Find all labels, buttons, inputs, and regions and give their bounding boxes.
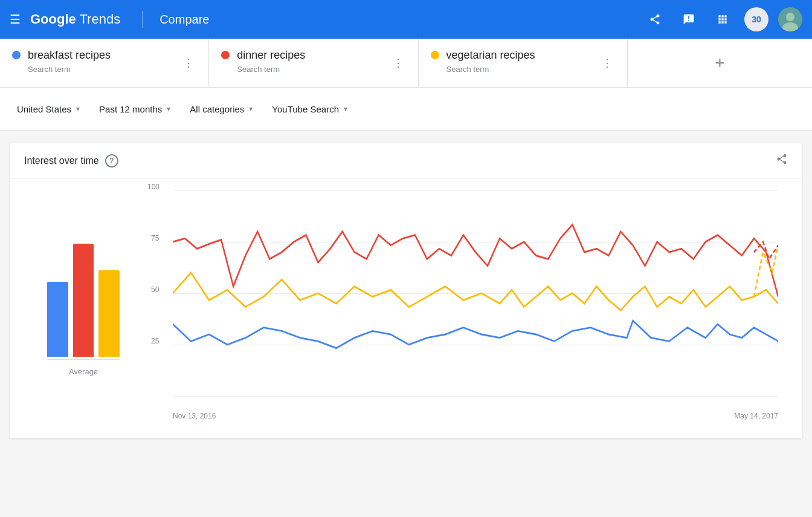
breakfast-term-label: Search term [28, 65, 173, 74]
header-title: Compare [160, 13, 209, 27]
header: ☰ Google Trends Compare 30 [0, 0, 812, 39]
header-divider [142, 11, 143, 28]
card-share-icon [776, 153, 788, 165]
help-icon[interactable]: ? [105, 154, 118, 167]
user-avatar[interactable] [778, 7, 802, 31]
breakfast-term-name: breakfast recipes [28, 48, 173, 62]
location-filter[interactable]: United States ▾ [10, 99, 87, 119]
apps-icon [717, 13, 729, 25]
feedback-icon [683, 13, 695, 25]
bar-blue [47, 282, 68, 357]
categories-arrow-icon: ▾ [249, 105, 253, 113]
vegetarian-term-name: vegetarian recipes [446, 48, 592, 62]
categories-label: All categories [190, 104, 244, 114]
breakfast-more-icon[interactable]: ⋮ [181, 54, 196, 72]
y-label-100: 100 [147, 183, 160, 191]
plus-icon: + [715, 53, 724, 73]
bar-chart-section: Average [10, 190, 143, 426]
vegetarian-content: vegetarian recipes Search term [446, 48, 592, 74]
help-text: ? [109, 157, 114, 165]
card-header: Interest over time ? [10, 143, 802, 178]
x-axis-labels: Nov 13, 2016 May 14, 2017 [173, 412, 778, 420]
apps-button[interactable] [710, 7, 735, 31]
svg-point-1 [786, 13, 794, 21]
share-icon [649, 13, 661, 25]
feedback-button[interactable] [677, 7, 701, 31]
avatar-image [778, 7, 802, 31]
y-label-25: 25 [151, 337, 159, 345]
vegetarian-dot [431, 51, 439, 59]
breakfast-dot [12, 51, 21, 59]
interest-over-time-card: Interest over time ? Average [10, 143, 802, 438]
search-term-dinner: dinner recipes Search term ⋮ [209, 39, 418, 87]
blue-line [173, 320, 778, 348]
average-label: Average [69, 367, 98, 376]
logo-trends-text: Trends [80, 11, 121, 27]
logo-google: Google [30, 11, 76, 27]
time-label: Past 12 months [99, 104, 162, 114]
categories-filter[interactable]: All categories ▾ [182, 99, 260, 119]
grid-line-0 [173, 396, 778, 397]
bar-yellow [98, 270, 120, 357]
time-filter[interactable]: Past 12 months ▾ [92, 99, 178, 119]
chart-grid: 100 75 50 25 [173, 190, 778, 396]
bar-red [73, 244, 94, 357]
search-type-filter[interactable]: YouTube Search ▾ [265, 99, 355, 119]
vegetarian-term-label: Search term [446, 65, 592, 74]
dinner-more-icon[interactable]: ⋮ [390, 54, 406, 72]
location-arrow-icon: ▾ [76, 105, 80, 113]
search-type-label: YouTube Search [272, 104, 339, 114]
search-term-breakfast: breakfast recipes Search term ⋮ [0, 39, 209, 87]
header-icons: 30 [643, 7, 802, 31]
red-line [173, 225, 778, 297]
dinner-term-label: Search term [237, 65, 382, 74]
yellow-line [173, 273, 778, 310]
chart-area: Average 100 75 [10, 178, 802, 438]
notification-badge[interactable]: 30 [744, 7, 768, 31]
x-label-nov: Nov 13, 2016 [173, 412, 216, 420]
header-logo: Google Trends [30, 11, 120, 27]
line-chart-svg [173, 190, 778, 396]
search-terms-bar: breakfast recipes Search term ⋮ dinner r… [0, 39, 812, 88]
share-button[interactable] [643, 7, 667, 31]
line-chart-section: 100 75 50 25 [143, 190, 788, 426]
y-label-50: 50 [151, 285, 159, 294]
breakfast-content: breakfast recipes Search term [28, 48, 173, 74]
notification-count: 30 [752, 15, 761, 24]
y-label-75: 75 [151, 234, 159, 242]
dinner-term-name: dinner recipes [237, 48, 382, 62]
add-term-button[interactable]: + [628, 39, 812, 87]
x-label-may: May 14, 2017 [734, 412, 778, 420]
location-label: United States [17, 104, 71, 114]
grid-0 [173, 396, 778, 397]
search-type-arrow-icon: ▾ [344, 105, 347, 113]
time-arrow-icon: ▾ [167, 105, 170, 113]
bar-chart [47, 190, 120, 360]
menu-icon[interactable]: ☰ [10, 12, 21, 27]
dinner-dot [221, 51, 230, 59]
red-dotted-line [754, 242, 778, 259]
card-title: Interest over time [24, 155, 99, 166]
filters-bar: United States ▾ Past 12 months ▾ All cat… [0, 88, 812, 131]
search-term-vegetarian: vegetarian recipes Search term ⋮ [419, 39, 628, 87]
main-content: Interest over time ? Average [0, 131, 812, 460]
dinner-content: dinner recipes Search term [237, 48, 382, 74]
card-share-button[interactable] [776, 153, 788, 168]
vegetarian-more-icon[interactable]: ⋮ [599, 54, 615, 72]
